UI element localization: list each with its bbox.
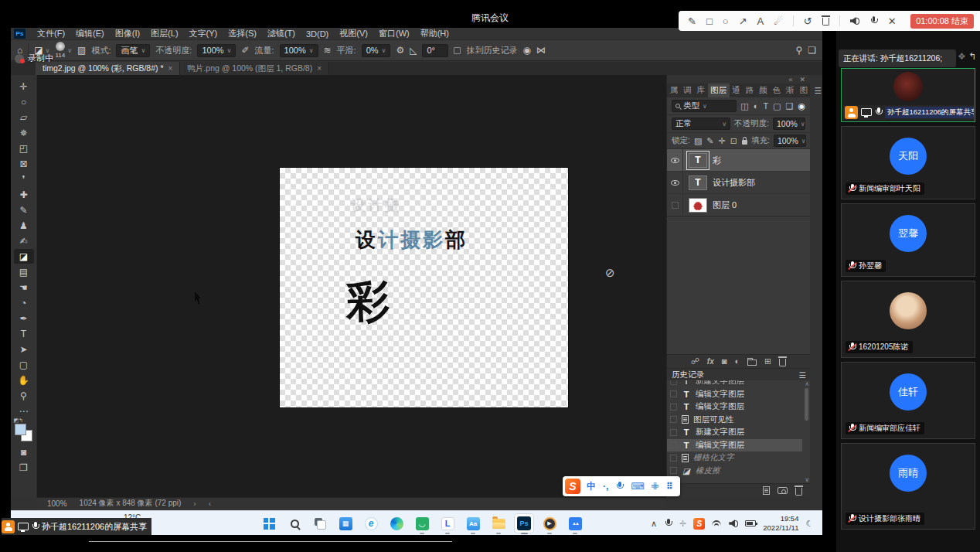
ie-icon[interactable]: e <box>362 514 380 533</box>
history-state[interactable]: T新建文字图层 <box>667 380 802 388</box>
smart-object-filter-icon[interactable]: ❑ <box>786 102 794 111</box>
dictionary-app-icon[interactable]: Aa <box>464 514 482 533</box>
smudge-tool[interactable]: ☚ <box>14 280 34 295</box>
meeting-timer-badge[interactable]: 01:00:08 结束 <box>910 14 974 29</box>
scroll-up-icon[interactable]: ∧ <box>805 380 809 387</box>
participant-tile[interactable]: 天阳新闻编审部叶天阳 <box>841 126 975 199</box>
lasso-tool[interactable]: ▱ <box>14 110 34 124</box>
lock-artboard-icon[interactable]: ⊡ <box>730 137 737 145</box>
lock-position-icon[interactable]: ✛ <box>719 137 726 145</box>
smoothing-input[interactable]: 0%∨ <box>362 44 391 57</box>
layer-fill-input[interactable]: 100%∨ <box>774 135 806 147</box>
history-checkbox[interactable] <box>670 455 677 462</box>
photoshop-icon[interactable]: Ps <box>515 514 533 533</box>
participant-tile[interactable]: 16201205陈诺 <box>841 281 975 358</box>
link-layers-icon[interactable]: ☍ <box>691 357 699 366</box>
participant-tile[interactable]: 翌馨孙翌馨 <box>841 203 975 277</box>
history-checkbox[interactable] <box>670 404 677 411</box>
opacity-input[interactable]: 100%∨ <box>197 44 236 57</box>
marquee-tool[interactable]: ○ <box>14 94 34 109</box>
delete-layer-icon[interactable] <box>779 359 786 366</box>
history-state[interactable]: T编辑文字图层 <box>667 439 802 452</box>
eye-icon[interactable] <box>671 158 679 163</box>
arrow-icon[interactable]: ↗ <box>739 16 747 26</box>
mic-icon[interactable] <box>869 16 878 26</box>
tablet-pressure-icon[interactable]: ◉ <box>522 46 530 55</box>
mode-select[interactable]: 画笔∨ <box>116 44 150 57</box>
mountain-app-icon[interactable]: ▲▲ <box>566 514 584 533</box>
history-state[interactable]: 图层可见性 <box>667 414 802 427</box>
battery-icon[interactable] <box>745 520 756 526</box>
new-doc-from-state-icon[interactable] <box>763 486 770 495</box>
more-tools-icon[interactable]: ⋯ <box>14 404 34 418</box>
eye-off-box[interactable] <box>672 202 679 209</box>
new-layer-icon[interactable]: ⊞ <box>764 357 771 366</box>
tray-mic-icon[interactable] <box>664 519 672 529</box>
move-tool[interactable]: ✛ <box>14 79 34 94</box>
speaker-icon[interactable] <box>850 17 859 25</box>
eye-icon[interactable] <box>671 180 679 186</box>
new-snapshot-icon[interactable] <box>778 487 788 494</box>
healing-brush-tool[interactable]: ✚ <box>14 187 34 202</box>
zoom-level[interactable]: 100% <box>47 499 67 508</box>
history-checkbox[interactable] <box>670 441 677 448</box>
panel-tab[interactable]: 图层 <box>708 83 730 97</box>
menu-item[interactable]: 滤镜(T) <box>262 28 301 39</box>
path-select-tool[interactable]: ➤ <box>14 342 34 356</box>
collapse-panels-icon[interactable]: « <box>788 76 792 83</box>
clone-stamp-tool[interactable]: ♟ <box>14 218 34 233</box>
start-button[interactable] <box>260 514 278 533</box>
sidebar-arrow-icon[interactable]: ❖ <box>958 51 966 62</box>
panel-tab[interactable]: 颜 <box>757 83 771 97</box>
green-app-icon[interactable]: ◡ <box>413 514 431 533</box>
menu-item[interactable]: 文件(F) <box>32 28 70 39</box>
dodge-tool[interactable]: ◔ <box>14 295 34 310</box>
crop-tool[interactable]: ◰ <box>14 141 34 155</box>
pixel-layer-filter-icon[interactable]: ◫ <box>740 102 748 111</box>
text-tool-icon[interactable]: A <box>757 16 764 26</box>
panel-tab[interactable]: 调 <box>681 83 695 97</box>
pen-icon[interactable]: ✎ <box>688 16 696 26</box>
canvas-area[interactable]: 设计摄 设计摄影部 彩 ⊘ <box>37 75 666 497</box>
history-state[interactable]: T编辑文字图层 <box>667 388 802 401</box>
panel-tab[interactable]: 通 <box>730 83 744 97</box>
filter-toggle-icon[interactable]: ◉ <box>798 102 805 111</box>
flow-input[interactable]: 100%∨ <box>280 44 318 57</box>
menu-item[interactable]: 选择(S) <box>223 28 262 39</box>
type-tool[interactable]: T <box>14 326 34 341</box>
delete-state-icon[interactable] <box>795 488 802 496</box>
pressure-opacity-icon[interactable]: ✐ <box>241 46 249 55</box>
lock-paint-icon[interactable]: ✎ <box>706 137 713 145</box>
store-icon[interactable]: ▦ <box>336 514 355 533</box>
lock-transparency-icon[interactable]: ▨ <box>694 137 702 145</box>
workspace-icon[interactable]: ❏ <box>808 46 816 55</box>
type-filter-icon[interactable]: T <box>763 102 768 111</box>
voice-input-icon[interactable] <box>615 482 624 492</box>
ellipse-icon[interactable]: ○ <box>723 16 729 26</box>
wifi-icon[interactable] <box>712 520 722 527</box>
panel-menu-icon[interactable]: ☰ <box>811 83 825 97</box>
participant-tile[interactable]: 孙千超16211206的屏幕共享 <box>841 68 975 122</box>
sogou-logo-icon[interactable]: S <box>565 479 580 494</box>
layer-style-icon[interactable]: fx <box>707 358 714 366</box>
menu-item[interactable]: 3D(D) <box>301 29 334 39</box>
panel-tab[interactable]: 路 <box>743 83 757 97</box>
history-state[interactable]: T新建文字图层 <box>667 426 802 439</box>
edge-icon[interactable] <box>387 514 406 533</box>
layer-visibility-cell[interactable] <box>667 194 683 216</box>
gradient-tool[interactable]: ▤ <box>14 264 34 279</box>
tray-chevron-icon[interactable]: ∧ <box>651 519 657 529</box>
history-state[interactable]: T编辑文字图层 <box>667 400 802 414</box>
adjustment-filter-icon[interactable]: ◐ <box>754 102 759 111</box>
layer-row[interactable]: 图层 0 <box>667 194 810 216</box>
participant-tile[interactable]: 雨晴设计摄影部张雨晴 <box>841 443 975 530</box>
sidebar-arrow-icon[interactable]: ↰ <box>968 51 976 62</box>
color-swatches[interactable]: ◩↰ <box>14 421 34 444</box>
screen-mode-icon[interactable]: ❐ <box>14 460 34 475</box>
status-prev-icon[interactable]: ‹ <box>209 499 211 508</box>
trash-icon[interactable] <box>822 18 829 26</box>
layer-opacity-input[interactable]: 100%∨ <box>773 118 805 130</box>
menu-item[interactable]: 图像(I) <box>110 28 145 39</box>
file-explorer-icon[interactable] <box>489 514 508 533</box>
new-group-icon[interactable] <box>747 359 757 366</box>
